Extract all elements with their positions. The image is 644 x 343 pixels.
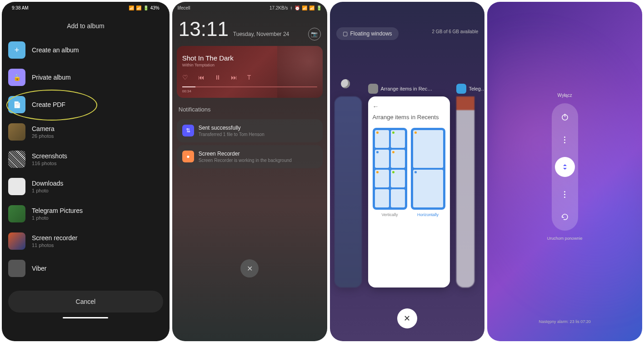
pause-icon[interactable]: ⏸ <box>215 74 221 81</box>
create-pdf-label: Create PDF <box>32 101 65 108</box>
music-controls: ♡ ⏮ ⏸ ⏭ T <box>182 74 317 81</box>
album-name: Viber <box>32 265 46 272</box>
status-right: 📶 📶 🔋 43% <box>129 5 160 10</box>
recent-apps-row: Arrange items in Rec… ← Arrange items in… <box>330 84 485 288</box>
panel-power-menu: Wyłącz Uruchom ponownie Następny alarm: … <box>487 2 642 341</box>
album-count: 1 photo <box>32 215 83 221</box>
album-name: Screen recorder <box>32 234 77 242</box>
power-slider[interactable] <box>552 103 578 231</box>
signal-icon: 📶 <box>302 5 307 10</box>
notif-title: Screen Recorder <box>199 151 317 157</box>
prev-icon[interactable]: ⏮ <box>198 74 205 81</box>
telegram-icon <box>456 84 466 94</box>
app-label: Arrange items in Rec… <box>381 86 433 91</box>
album-viber[interactable]: Viber <box>8 260 163 277</box>
screenshots-thumb <box>8 151 25 168</box>
alarm-icon: ⏰ <box>295 5 300 10</box>
lock-icon: 🔒 <box>8 69 25 86</box>
clear-button[interactable]: ✕ <box>240 259 259 277</box>
album-count: 11 photos <box>32 242 77 248</box>
notif-sub: Screen Recorder is working in the backgr… <box>199 158 317 163</box>
notification-item[interactable]: ⇅ Sent successfully Transferred 1 file t… <box>177 119 323 142</box>
music-elapsed: 00:34 <box>182 89 317 93</box>
notification-item[interactable]: ● Screen Recorder Screen Recorder is wor… <box>177 145 323 168</box>
close-icon: ✕ <box>247 264 253 273</box>
power-icon[interactable] <box>559 111 570 122</box>
card-title: Arrange items in Recents <box>373 114 445 121</box>
album-name: Telegram Pictures <box>32 207 83 214</box>
lock-date: Tuesday, November 24 <box>233 31 289 37</box>
create-pdf-button[interactable]: 📄 Create PDF <box>8 96 163 113</box>
panel-lockscreen: lifecell 17.2KB/s ᚼ ⏰ 📶 📶 🔋 13:11 Tuesda… <box>172 2 327 341</box>
layout-horizontal-option[interactable]: Horizontally <box>411 128 445 281</box>
next-alarm-label: Następny alarm: 23 lis 07:20 <box>487 319 642 324</box>
album-telegram[interactable]: Telegram Pictures 1 photo <box>8 205 163 222</box>
close-icon: ✕ <box>404 313 410 323</box>
album-count: 1 photo <box>32 188 63 193</box>
album-count: 26 photos <box>32 133 55 139</box>
status-bar: lifecell 17.2KB/s ᚼ ⏰ 📶 📶 🔋 <box>172 2 327 14</box>
lock-time: 13:11 <box>179 18 229 40</box>
restart-label: Uruchom ponownie <box>487 236 642 241</box>
music-progress[interactable] <box>182 86 317 87</box>
create-album-label: Create an album <box>32 46 79 54</box>
heart-icon[interactable]: ♡ <box>182 74 188 81</box>
camera-shortcut-icon[interactable]: 📷 <box>308 28 321 40</box>
telegram-thumb <box>8 205 25 222</box>
album-camera[interactable]: Camera 26 photos <box>8 123 163 141</box>
carrier-label: lifecell <box>178 5 190 10</box>
status-bar: 9:38 AM 📶 📶 🔋 43% <box>8 2 163 14</box>
private-album-button[interactable]: 🔒 Private album <box>8 69 163 86</box>
wifi-icon: 📶 <box>309 5 315 10</box>
time-row: 13:11 Tuesday, November 24 📷 <box>172 14 327 46</box>
panel-add-to-album: 9:38 AM 📶 📶 🔋 43% Add to album + Create … <box>2 2 170 341</box>
back-icon[interactable]: ← <box>373 103 445 110</box>
downloads-thumb <box>8 178 25 195</box>
album-name: Downloads <box>32 180 63 187</box>
private-album-label: Private album <box>32 74 71 81</box>
window-icon: ▢ <box>343 30 348 37</box>
recent-app-settings[interactable]: Arrange items in Rec… ← Arrange items in… <box>368 84 450 288</box>
restart-icon[interactable] <box>559 212 570 222</box>
music-widget[interactable]: Shot In The Dark Within Temptation ♡ ⏮ ⏸… <box>177 46 323 98</box>
layout-vertical-option[interactable]: Vertically <box>373 128 407 281</box>
camera-thumb <box>8 123 25 141</box>
album-name: Camera <box>32 125 55 132</box>
bluetooth-icon: ᚼ <box>290 5 293 10</box>
music-title: Shot In The Dark <box>182 54 317 62</box>
recent-app-telegram[interactable]: Teleg… <box>456 84 485 288</box>
page-title: Add to album <box>8 22 163 30</box>
floating-windows-button[interactable]: ▢ Floating windows <box>336 27 399 40</box>
battery-percent: 43% <box>150 5 160 10</box>
plus-icon: + <box>8 41 25 59</box>
notifications-header: Notifications <box>172 98 327 116</box>
app-label: Teleg… <box>469 86 485 91</box>
create-album-button[interactable]: + Create an album <box>8 41 163 59</box>
pdf-icon: 📄 <box>8 96 25 113</box>
transfer-icon: ⇅ <box>182 125 194 136</box>
recent-app-blurred[interactable] <box>334 84 362 288</box>
cancel-button[interactable]: Cancel <box>8 291 163 313</box>
battery-icon: 🔋 <box>316 5 322 10</box>
music-artist: Within Temptation <box>182 63 317 67</box>
signal-icon: 📶 <box>129 5 134 10</box>
recorder-icon: ● <box>182 151 194 162</box>
floating-windows-label: Floating windows <box>350 30 392 37</box>
battery-icon: 🔋 <box>143 5 149 10</box>
recorder-thumb <box>8 232 25 250</box>
wifi-icon: 📶 <box>136 5 141 10</box>
dots-icon <box>564 191 565 198</box>
panel-recents: ▢ Floating windows 2 GB of 6 GB availabl… <box>330 2 485 341</box>
album-downloads[interactable]: Downloads 1 photo <box>8 178 163 195</box>
status-time: 9:38 AM <box>12 5 29 10</box>
notif-sub: Transferred 1 file to Tom Henson <box>199 132 313 137</box>
album-screenshots[interactable]: Screenshots 116 photos <box>8 151 163 168</box>
power-off-label: Wyłącz <box>487 93 642 98</box>
home-indicator[interactable] <box>63 317 108 318</box>
speed-label: 17.2KB/s <box>270 5 288 10</box>
album-screen-recorder[interactable]: Screen recorder 11 photos <box>8 232 163 250</box>
slider-handle[interactable] <box>555 157 575 177</box>
clear-all-button[interactable]: ✕ <box>397 308 417 328</box>
lyrics-icon[interactable]: T <box>247 74 251 81</box>
next-icon[interactable]: ⏭ <box>231 74 237 81</box>
